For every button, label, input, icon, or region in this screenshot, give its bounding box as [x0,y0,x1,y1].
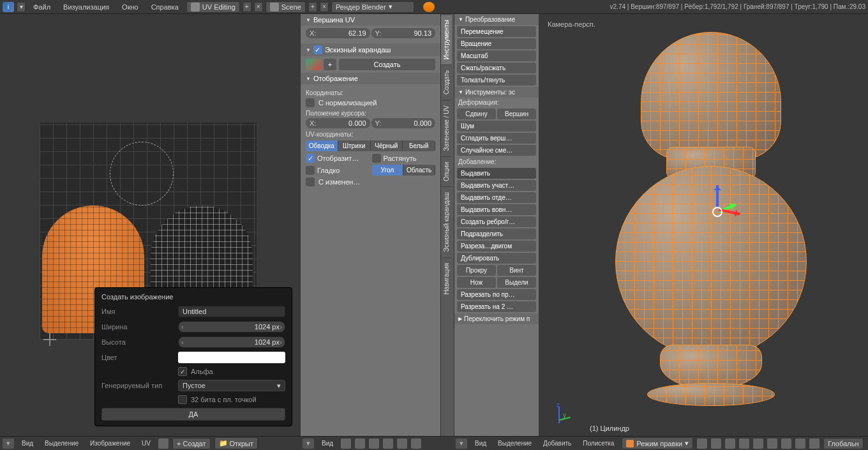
v3-mesh[interactable]: Полисетка [579,439,618,448]
randomize-button[interactable]: Случайное сме… [457,145,536,156]
3d-viewport[interactable]: Камера-персп. zy (1) Цилиндр [539,14,868,436]
scene-add[interactable]: + [308,2,317,12]
subdivide-button[interactable]: Подразделить [457,229,536,239]
mode-dropdown[interactable]: Режим правки▾ [622,437,693,449]
menu-render[interactable]: Визуализация [58,1,114,13]
cursor-x[interactable]: X:0.000 [306,118,370,128]
normalized-checkbox[interactable] [306,98,315,107]
face-select-icon[interactable] [767,439,777,449]
transform-header[interactable]: Преобразование [454,14,539,25]
seg-white[interactable]: Белый [403,140,435,151]
extrude-button[interactable]: Выдавить [457,168,536,179]
modified-checkbox[interactable] [306,177,315,186]
scene-dropdown[interactable]: Scene [266,1,306,13]
extrude-individual-button[interactable]: Выдавить отде… [457,192,536,203]
alpha-checkbox[interactable]: ✓ [178,367,187,376]
prop-edit-icon[interactable] [369,439,379,449]
seg-dash[interactable]: Штрихи [338,140,371,151]
cursor-y[interactable]: Y:0.000 [371,118,436,128]
mesh-tools-header[interactable]: Инструменты: эс [454,87,539,98]
screen-layout-dropdown[interactable]: UV Editing [186,1,240,13]
gp-create-button[interactable]: Создать [339,59,435,70]
float32-checkbox[interactable] [178,395,187,404]
redo-panel-header[interactable]: Переключить режим п [454,313,539,324]
uv-vertex-y[interactable]: Y:90.13 [371,28,436,38]
transform-gizmo[interactable] [705,199,730,225]
height-field[interactable]: 1024 px [178,336,285,348]
render-engine-dropdown[interactable]: Рендер Blender▾ [331,1,414,13]
tab-grease-pencil[interactable]: Эскизный карандаш [441,186,452,257]
paint-icon[interactable] [397,439,407,449]
uvh-select[interactable]: Выделение [41,439,82,448]
slide-button[interactable]: Сдвину [457,109,496,119]
bisect-button[interactable]: Разрезать по пр… [457,289,536,300]
rotate-button[interactable]: Вращение [457,38,536,49]
menu-help[interactable]: Справка [146,1,184,13]
tab-shading-uv[interactable]: Затенение / UV [441,100,452,156]
uv-mode-icon[interactable] [158,439,168,449]
uv-editor-type-icon[interactable]: ▾ [3,439,14,449]
spin-button[interactable]: Прокру [457,265,496,276]
open-image-button[interactable]: 📁Открыт [214,437,258,449]
noise-button[interactable]: Шум [457,121,536,131]
width-field[interactable]: 1024 px [178,321,285,333]
make-edge-face-button[interactable]: Создать ребро/г… [457,216,536,227]
v3-add[interactable]: Добавить [539,439,575,448]
stretch-angle[interactable]: Угол [372,165,404,176]
show-checkbox[interactable]: ✓ [306,154,315,163]
editor-type-menu[interactable]: ▾ [17,2,26,12]
screw-button[interactable]: Винт [497,265,536,276]
new-image-button[interactable]: +Создат [172,438,211,449]
uv-2d-cursor[interactable] [43,333,56,346]
ok-button[interactable]: ДА [101,408,285,421]
sync-icon[interactable] [383,439,393,449]
3d-editor-type-icon[interactable]: ▾ [456,439,467,449]
color-field[interactable] [178,352,285,363]
uv-vertex-x[interactable]: X:62.19 [306,28,370,38]
v3-view[interactable]: Вид [471,439,490,448]
uv-vertex-header[interactable]: Вершина UV [301,14,440,26]
select-button[interactable]: Выдели [497,277,536,288]
layout-add[interactable]: + [243,2,251,12]
gp-enable-checkbox[interactable]: ✓ [313,45,322,54]
pivot-3d-icon[interactable] [711,439,721,449]
v3-select[interactable]: Выделение [494,439,535,448]
edge-select-icon[interactable] [753,439,763,449]
smooth-vertex-button[interactable]: Сгладить верш… [457,133,536,144]
push-pull-button[interactable]: Толкать/тянуть [457,75,536,86]
tab-options[interactable]: Опции [441,156,452,186]
seg-outline[interactable]: Обводка [306,140,338,151]
gentype-select[interactable]: Пустое▾ [178,380,285,391]
translate-button[interactable]: Перемещение [457,26,536,37]
stretch-area[interactable]: Область [403,165,435,176]
gp-draw-icon[interactable] [306,59,321,70]
loop-cut-slide-button[interactable]: Разреза…двигом [457,241,536,251]
gizmo-center[interactable] [712,207,722,217]
tab-navigation[interactable]: Навигация [441,257,452,299]
tab-create[interactable]: Создать [441,64,452,100]
menu-file[interactable]: Файл [28,1,56,13]
layout-del[interactable]: × [254,2,263,12]
gizmo-z-axis[interactable] [716,185,719,207]
prop-edit-3d-icon[interactable] [795,439,805,449]
orientation-dropdown[interactable]: Глобальн [823,438,863,449]
uv-select-mode-icon[interactable] [411,439,421,449]
grease-pencil-header[interactable]: ✓Эскизный карандаш [301,43,440,56]
uvh-uv[interactable]: UV [138,439,154,448]
shading-mode-icon[interactable] [697,439,707,449]
vertex-select-icon[interactable] [739,439,749,449]
gp-add-icon[interactable]: + [324,59,336,70]
smooth-checkbox[interactable] [306,166,315,175]
knife-button[interactable]: Нож [457,277,496,288]
snap-icon[interactable] [355,439,365,449]
extrude-inward-button[interactable]: Выдавить вовн… [457,204,536,215]
limit-sel-icon[interactable] [781,439,791,449]
mid-editor-icon[interactable]: ▾ [303,439,314,449]
scale-button[interactable]: Масштаб [457,50,536,61]
menu-window[interactable]: Окно [117,1,144,13]
uvh-image[interactable]: Изображение [86,439,134,448]
layers-icon[interactable] [725,439,735,449]
seg-black[interactable]: Чёрный [371,140,403,151]
tab-tools[interactable]: Инструменты [441,14,452,64]
vertex-button[interactable]: Вершин [497,109,536,119]
